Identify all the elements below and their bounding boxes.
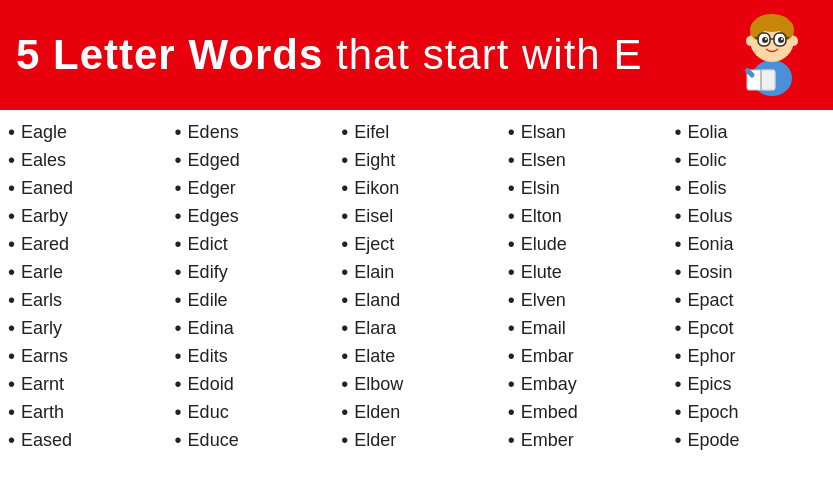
list-item: •Eifel	[341, 118, 492, 146]
bullet-icon: •	[8, 262, 15, 282]
word-text: Eagle	[21, 122, 67, 143]
word-text: Elsin	[521, 178, 560, 199]
list-item: •Elbow	[341, 370, 492, 398]
word-text: Eifel	[354, 122, 389, 143]
bullet-icon: •	[674, 290, 681, 310]
list-item: •Elven	[508, 286, 659, 314]
list-item: •Eolic	[674, 146, 825, 174]
bullet-icon: •	[508, 122, 515, 142]
list-item: •Eland	[341, 286, 492, 314]
list-item: •Ember	[508, 426, 659, 454]
word-text: Eight	[354, 150, 395, 171]
svg-point-17	[790, 36, 798, 46]
word-text: Eolia	[687, 122, 727, 143]
word-text: Elara	[354, 318, 396, 339]
word-text: Elsen	[521, 150, 566, 171]
word-text: Ephor	[687, 346, 735, 367]
list-item: •Edger	[175, 174, 326, 202]
list-item: •Educe	[175, 426, 326, 454]
list-item: •Eased	[8, 426, 159, 454]
list-item: •Earns	[8, 342, 159, 370]
word-text: Edges	[188, 206, 239, 227]
word-text: Early	[21, 318, 62, 339]
list-item: •Elude	[508, 230, 659, 258]
list-item: •Elsen	[508, 146, 659, 174]
word-text: Edits	[188, 346, 228, 367]
bullet-icon: •	[8, 178, 15, 198]
list-item: •Early	[8, 314, 159, 342]
word-text: Edged	[188, 150, 240, 171]
bullet-icon: •	[341, 206, 348, 226]
word-text: Edict	[188, 234, 228, 255]
word-text: Eolic	[687, 150, 726, 171]
word-text: Eikon	[354, 178, 399, 199]
list-item: •Eisel	[341, 202, 492, 230]
word-text: Elsan	[521, 122, 566, 143]
bullet-icon: •	[508, 178, 515, 198]
svg-point-9	[765, 38, 767, 40]
bullet-icon: •	[674, 374, 681, 394]
bullet-icon: •	[674, 318, 681, 338]
bullet-icon: •	[341, 178, 348, 198]
word-text: Eased	[21, 430, 72, 451]
word-text: Eolis	[687, 178, 726, 199]
list-item: •Educ	[175, 398, 326, 426]
bullet-icon: •	[175, 150, 182, 170]
list-item: •Eolus	[674, 202, 825, 230]
bullet-icon: •	[674, 346, 681, 366]
header-title: 5 Letter Words that start with E	[16, 32, 642, 78]
bullet-icon: •	[8, 150, 15, 170]
svg-point-16	[746, 36, 754, 46]
list-item: •Elain	[341, 258, 492, 286]
list-item: •Epact	[674, 286, 825, 314]
bullet-icon: •	[8, 374, 15, 394]
bullet-icon: •	[674, 122, 681, 142]
word-text: Eject	[354, 234, 394, 255]
word-text: Edify	[188, 262, 228, 283]
list-item: •Elder	[341, 426, 492, 454]
list-item: •Epcot	[674, 314, 825, 342]
list-item: •Eared	[8, 230, 159, 258]
word-text: Elder	[354, 430, 396, 451]
bullet-icon: •	[508, 150, 515, 170]
bullet-icon: •	[674, 402, 681, 422]
mascot	[727, 10, 817, 100]
column-1: •Edens•Edged•Edger•Edges•Edict•Edify•Edi…	[167, 118, 334, 500]
word-text: Elven	[521, 290, 566, 311]
list-item: •Elton	[508, 202, 659, 230]
bullet-icon: •	[175, 290, 182, 310]
bullet-icon: •	[175, 234, 182, 254]
word-text: Earnt	[21, 374, 64, 395]
list-item: •Edoid	[175, 370, 326, 398]
column-4: •Eolia•Eolic•Eolis•Eolus•Eonia•Eosin•Epa…	[666, 118, 833, 500]
word-text: Eland	[354, 290, 400, 311]
svg-point-10	[781, 38, 783, 40]
word-text: Edina	[188, 318, 234, 339]
list-item: •Embay	[508, 370, 659, 398]
word-text: Earle	[21, 262, 63, 283]
word-text: Earth	[21, 402, 64, 423]
bullet-icon: •	[8, 234, 15, 254]
list-item: •Epoch	[674, 398, 825, 426]
list-item: •Eales	[8, 146, 159, 174]
list-item: •Email	[508, 314, 659, 342]
bullet-icon: •	[175, 430, 182, 450]
list-item: •Eaned	[8, 174, 159, 202]
list-item: •Eight	[341, 146, 492, 174]
title-bold: 5 Letter Words	[16, 31, 323, 78]
column-0: •Eagle•Eales•Eaned•Earby•Eared•Earle•Ear…	[0, 118, 167, 500]
word-text: Earns	[21, 346, 68, 367]
bullet-icon: •	[674, 430, 681, 450]
bullet-icon: •	[175, 346, 182, 366]
bullet-icon: •	[8, 290, 15, 310]
word-text: Earby	[21, 206, 68, 227]
list-item: •Edina	[175, 314, 326, 342]
word-text: Eolus	[687, 206, 732, 227]
title-normal: that start with E	[323, 31, 642, 78]
word-text: Ember	[521, 430, 574, 451]
word-text: Educ	[188, 402, 229, 423]
list-item: •Elsan	[508, 118, 659, 146]
list-item: •Earby	[8, 202, 159, 230]
bullet-icon: •	[674, 262, 681, 282]
list-item: •Earls	[8, 286, 159, 314]
